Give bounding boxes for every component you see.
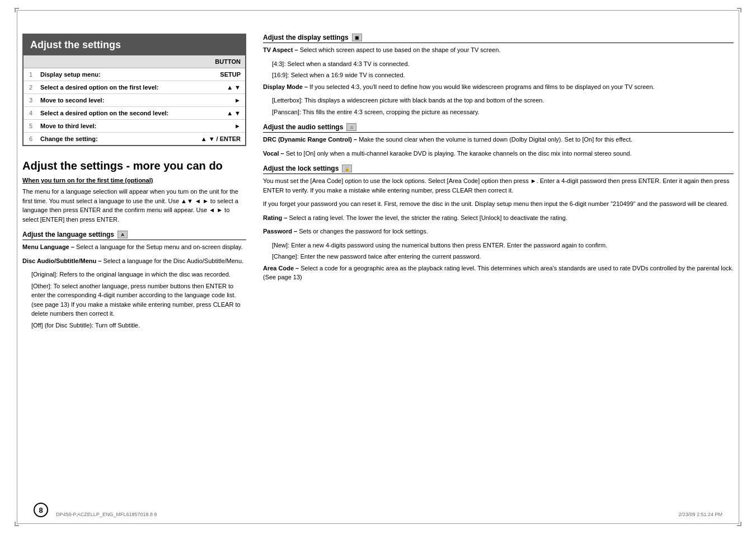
password-desc: Sets or changes the password for lock se… <box>299 228 428 235</box>
settings-table: BUTTON 1Display setup menu:SETUP2Select … <box>24 55 245 145</box>
list-item: [New]: Enter a new 4-digits password usi… <box>272 241 734 250</box>
language-indented-list: [Original]: Refers to the original langu… <box>22 270 246 330</box>
footer-right: 2/23/09 2:51:24 PM <box>678 512 722 517</box>
audio-section-label: Adjust the audio settings <box>263 123 343 131</box>
area-code-label: Area Code – <box>263 265 299 271</box>
settings-box: Adjust the settings BUTTON 1Display setu… <box>22 34 246 146</box>
table-row: 6Change the setting:▲ ▼ / ENTER <box>24 133 245 146</box>
area-code-text: Area Code – Select a code for a geograph… <box>263 264 734 282</box>
display-mode-label: Display Mode – <box>263 83 308 90</box>
display-section-heading: Adjust the display settings ▣ <box>263 34 734 43</box>
language-icon: A <box>118 231 128 238</box>
row-num: 3 <box>24 94 36 107</box>
row-button: SETUP <box>195 68 245 81</box>
display-section-label: Adjust the display settings <box>263 34 349 41</box>
row-num: 6 <box>24 133 36 146</box>
list-item: [Panscan]: This fills the entire 4:3 scr… <box>272 107 734 117</box>
drc-desc: Make the sound clear when the volume is … <box>359 136 632 143</box>
optional-body: The menu for a language selection will a… <box>22 187 246 224</box>
drc-label: DRC (Dynamic Range Control) – <box>263 136 357 143</box>
table-col-label <box>36 55 195 68</box>
optional-heading: When you turn on for the first time (opt… <box>22 177 246 184</box>
display-mode-indented-list: [Letterbox]: This displays a widescreen … <box>263 96 734 116</box>
table-col-button: BUTTON <box>195 55 245 68</box>
tick-br <box>737 522 741 526</box>
row-label: Display setup menu: <box>36 68 195 81</box>
table-row: 5Move to third level:► <box>24 120 245 133</box>
password-text: Password – Sets or changes the password … <box>263 227 734 236</box>
rating-label: Rating – <box>263 214 287 221</box>
audio-icon: ♫ <box>346 123 356 131</box>
language-section-heading: Adjust the language settings A <box>22 231 246 240</box>
row-label: Select a desired option on the second le… <box>36 107 195 120</box>
tv-aspect-desc: Select which screen aspect to use based … <box>300 46 501 53</box>
disc-audio-text: Disc Audio/Subtitle/Menu – Select a lang… <box>22 256 246 266</box>
vocal-desc: Set to [On] only when a multi-channel ka… <box>286 150 632 157</box>
row-num: 1 <box>24 68 36 81</box>
lock-body2: If you forget your password you can rese… <box>263 199 734 209</box>
lock-body1: You must set the [Area Code] option to u… <box>263 176 734 195</box>
right-column: Adjust the display settings ▣ TV Aspect … <box>263 34 734 332</box>
lock-section-heading: Adjust the lock settings 🔒 <box>263 165 734 174</box>
left-border <box>17 10 17 524</box>
table-row: 3Move to second level:► <box>24 94 245 107</box>
row-label: Select a desired option on the first lev… <box>36 81 195 94</box>
row-num: 5 <box>24 120 36 133</box>
password-indented-list: [New]: Enter a new 4-digits password usi… <box>263 241 734 261</box>
display-mode-text: Display Mode – If you selected 4:3, you'… <box>263 82 734 92</box>
list-item: [Original]: Refers to the original langu… <box>31 270 246 279</box>
page-container: Adjust the settings BUTTON 1Display setu… <box>0 0 756 534</box>
disc-audio-label: Disc Audio/Subtitle/Menu – <box>22 257 101 264</box>
lock-section-label: Adjust the lock settings <box>263 165 339 172</box>
display-icon: ▣ <box>352 34 362 41</box>
password-label: Password – <box>263 228 297 235</box>
tick-tl <box>15 8 19 12</box>
row-button: ▲ ▼ <box>195 81 245 94</box>
tv-aspect-text: TV Aspect – Select which screen aspect t… <box>263 45 734 55</box>
area-code-desc: Select a code for a geographic area as t… <box>263 265 734 281</box>
list-item: [Off] (for Disc Subtitle): Turn off Subt… <box>31 321 246 330</box>
vocal-text: Vocal – Set to [On] only when a multi-ch… <box>263 149 734 158</box>
table-row: 1Display setup menu:SETUP <box>24 68 245 81</box>
vocal-label: Vocal – <box>263 150 284 157</box>
table-row: 4Select a desired option on the second l… <box>24 107 245 120</box>
row-button: ▲ ▼ <box>195 107 245 120</box>
disc-audio-desc: Select a language for the Disc Audio/Sub… <box>103 257 243 264</box>
lock-icon: 🔒 <box>342 165 352 172</box>
row-num: 4 <box>24 107 36 120</box>
row-button: ► <box>195 120 245 133</box>
menu-language-text: Menu Language – Select a language for th… <box>22 242 246 252</box>
tv-aspect-label: TV Aspect – <box>263 46 298 53</box>
tick-bl <box>15 522 19 526</box>
table-row: 2Select a desired option on the first le… <box>24 81 245 94</box>
display-mode-desc: If you selected 4:3, you'll need to defi… <box>309 83 654 90</box>
two-column-layout: Adjust the settings BUTTON 1Display setu… <box>22 34 734 332</box>
rating-text: Rating – Select a rating level. The lowe… <box>263 213 734 223</box>
language-section-label: Adjust the language settings <box>22 231 114 238</box>
row-label: Change the setting: <box>36 133 195 146</box>
settings-box-title: Adjust the settings <box>24 35 245 55</box>
list-item: [Letterbox]: This displays a widescreen … <box>272 96 734 105</box>
page-number: 8 <box>34 503 48 517</box>
row-button: ► <box>195 94 245 107</box>
bottom-border <box>17 523 739 524</box>
tick-tr <box>737 8 741 12</box>
left-column: Adjust the settings BUTTON 1Display setu… <box>22 34 246 332</box>
right-border <box>739 10 739 524</box>
list-item: [Change]: Enter the new password twice a… <box>272 252 734 261</box>
row-label: Move to third level: <box>36 120 195 133</box>
row-button: ▲ ▼ / ENTER <box>195 133 245 146</box>
list-item: [Other]: To select another language, pre… <box>31 282 246 318</box>
row-label: Move to second level: <box>36 94 195 107</box>
menu-language-desc: Select a language for the Setup menu and… <box>76 243 243 250</box>
menu-language-label: Menu Language – <box>22 243 74 250</box>
more-section-title: Adjust the settings - more you can do <box>22 160 246 172</box>
display-indented-list: [4:3]: Select when a standard 4:3 TV is … <box>263 59 734 80</box>
audio-section-heading: Adjust the audio settings ♫ <box>263 123 734 133</box>
list-item: [16:9]: Select when a 16:9 wide TV is co… <box>272 71 734 80</box>
rating-desc: Select a rating level. The lower the lev… <box>289 214 567 221</box>
drc-text: DRC (Dynamic Range Control) – Make the s… <box>263 135 734 144</box>
footer-left: DP450-P.ACZELLP_ENG_MFL61857018.8 8 <box>56 512 157 517</box>
row-num: 2 <box>24 81 36 94</box>
table-col-num <box>24 55 36 68</box>
